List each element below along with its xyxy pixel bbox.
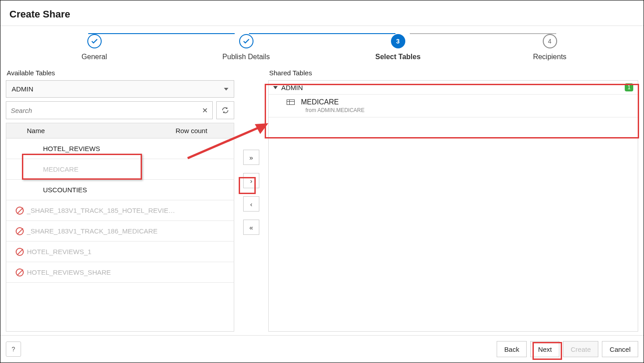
check-icon	[242, 37, 250, 45]
back-button[interactable]: Back	[497, 341, 527, 357]
column-name[interactable]: Name	[27, 127, 176, 134]
step-circle: 4	[543, 34, 557, 48]
help-icon: ?	[12, 346, 15, 353]
shared-tables-label: Shared Tables	[268, 69, 638, 77]
shared-count-badge: 1	[625, 83, 633, 91]
step-label: General	[82, 53, 107, 61]
refresh-icon	[221, 106, 229, 114]
table-row[interactable]: USCOUNTIES	[6, 180, 234, 200]
shared-group-header[interactable]: ADMIN 1	[269, 81, 638, 95]
table-row: HOTEL_REVIEWS_SHARE	[6, 262, 234, 283]
step-label: Select Tables	[375, 53, 421, 61]
schema-select[interactable]: ADMIN	[6, 80, 234, 98]
step-label: Publish Details	[223, 53, 270, 61]
forbidden-icon	[13, 248, 27, 256]
shared-tables-panel: ADMIN 1 MEDICARE from ADMIN.MEDICARE	[268, 80, 638, 332]
available-tables-label: Available Tables	[6, 69, 234, 77]
move-all-right-button[interactable]: »	[243, 150, 259, 165]
step-label: Recipients	[533, 53, 567, 61]
move-right-button[interactable]: ›	[243, 173, 259, 188]
table-row-name: HOTEL_REVIEWS_1	[27, 248, 234, 255]
table-header: Name Row count	[6, 123, 234, 138]
shared-item-title: MEDICARE	[301, 98, 339, 106]
cancel-button[interactable]: Cancel	[602, 341, 638, 357]
table-row-name: HOTEL_REVIEWS	[27, 145, 234, 152]
forbidden-icon	[13, 268, 27, 277]
step-connector	[410, 33, 556, 34]
check-icon	[90, 37, 99, 45]
table-icon	[287, 99, 295, 105]
step-recipients[interactable]: 4 Recipients	[474, 34, 626, 61]
schema-select-value: ADMIN	[12, 85, 33, 93]
forbidden-icon	[13, 207, 27, 215]
forbidden-icon	[13, 227, 27, 235]
table-row-name: MEDICARE	[27, 165, 234, 173]
chevron-right-icon: ›	[250, 177, 253, 185]
double-chevron-left-icon: «	[249, 224, 253, 231]
wizard-stepper: General Publish Details 3 Select Tables …	[0, 26, 644, 67]
clear-search-icon[interactable]: ✕	[202, 106, 208, 115]
shared-item-subtitle: from ADMIN.MEDICARE	[287, 107, 633, 113]
table-row-name: _SHARE_183V1_TRACK_185_HOTEL_REVIE…	[27, 207, 234, 214]
refresh-button[interactable]	[216, 101, 234, 119]
dialog-footer: ? Back Next Create Cancel	[0, 335, 644, 363]
step-connector	[249, 33, 395, 34]
move-all-left-button[interactable]: «	[243, 220, 259, 235]
table-row[interactable]: MEDICARE	[6, 159, 234, 180]
next-button[interactable]: Next	[530, 341, 559, 357]
dialog-title: Create Share	[0, 0, 644, 26]
chevron-left-icon: ‹	[250, 200, 253, 208]
search-input[interactable]	[11, 107, 202, 114]
double-chevron-right-icon: »	[249, 154, 253, 161]
available-tables-grid: Name Row count HOTEL_REVIEWSMEDICAREUSCO…	[6, 123, 234, 332]
create-button: Create	[563, 341, 598, 357]
search-box[interactable]: ✕	[6, 101, 213, 119]
shared-group-name: ADMIN	[281, 84, 625, 91]
step-circle	[87, 34, 102, 48]
step-circle	[239, 34, 253, 48]
table-row-name: USCOUNTIES	[27, 186, 234, 194]
chevron-down-icon	[224, 88, 228, 91]
step-connector	[88, 33, 235, 34]
table-row-name: _SHARE_183V1_TRACK_186_MEDICARE	[27, 227, 234, 235]
column-row-count[interactable]: Row count	[176, 127, 229, 134]
table-row-name: HOTEL_REVIEWS_SHARE	[27, 268, 234, 276]
table-row: _SHARE_183V1_TRACK_186_MEDICARE	[6, 221, 234, 242]
move-left-button[interactable]: ‹	[243, 196, 259, 212]
step-publish-details[interactable]: Publish Details	[170, 34, 322, 61]
help-button[interactable]: ?	[6, 341, 21, 357]
table-row: _SHARE_183V1_TRACK_185_HOTEL_REVIE…	[6, 200, 234, 221]
step-select-tables[interactable]: 3 Select Tables	[322, 34, 474, 61]
collapse-icon	[273, 86, 278, 89]
table-row[interactable]: HOTEL_REVIEWS	[6, 138, 234, 159]
shared-item[interactable]: MEDICARE from ADMIN.MEDICARE	[269, 95, 638, 117]
table-row: HOTEL_REVIEWS_1	[6, 242, 234, 262]
step-circle: 3	[391, 34, 405, 48]
step-general[interactable]: General	[18, 34, 170, 61]
